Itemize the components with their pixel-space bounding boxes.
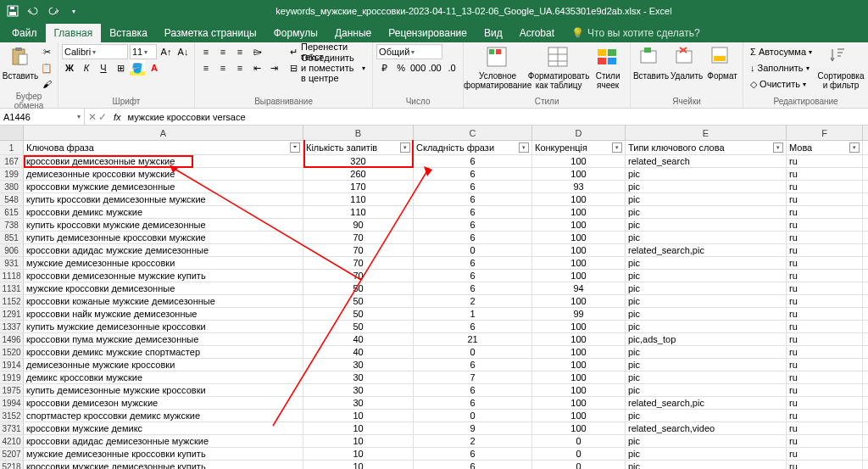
cell-diff[interactable]: 6 [414, 282, 532, 294]
cancel-icon[interactable]: ✕ [88, 111, 97, 123]
cell-comp[interactable]: 100 [532, 219, 626, 231]
cell-count[interactable]: 50 [303, 282, 414, 294]
row-header[interactable]: 1496 [0, 333, 24, 345]
row-header[interactable]: 3731 [0, 422, 24, 434]
row-header[interactable]: 906 [0, 244, 24, 256]
cell-diff[interactable]: 6 [414, 181, 532, 193]
select-all-corner[interactable] [0, 126, 24, 140]
font-name-combo[interactable]: Calibri▾ [62, 44, 128, 59]
cell-comp[interactable]: 100 [532, 371, 626, 383]
row-header[interactable]: 548 [0, 193, 24, 205]
cell-keyword[interactable]: кроссовки мужские демисезонные купить [24, 461, 303, 469]
cell-keyword[interactable]: кроссовки демикс мужские [24, 206, 303, 218]
row-header[interactable]: 1975 [0, 384, 24, 396]
font-size-combo[interactable]: 11▾ [130, 44, 157, 59]
cell-keyword[interactable]: мужские кроссовки демисезонные [24, 282, 303, 294]
cell-comp[interactable]: 100 [532, 206, 626, 218]
cell-type[interactable]: pic [626, 168, 787, 180]
cell-count[interactable]: 10 [303, 410, 414, 422]
cell-comp[interactable]: 100 [532, 257, 626, 269]
orientation-icon[interactable]: ⌲ [249, 44, 264, 59]
formula-input[interactable]: мужские кроссовки versace [125, 112, 868, 122]
cell-comp[interactable]: 99 [532, 308, 626, 320]
cell-keyword[interactable]: кроссовки пума мужские демисезонные [24, 333, 303, 345]
row-header[interactable]: 1 [0, 141, 24, 154]
font-color-icon[interactable]: A [147, 60, 162, 75]
col-header[interactable]: B [303, 126, 414, 140]
cell-diff[interactable]: 2 [414, 295, 532, 307]
tab-formulas[interactable]: Формулы [265, 24, 326, 42]
cell-keyword[interactable]: кроссовки демикс мужские спортмастер [24, 346, 303, 358]
cell-comp[interactable]: 100 [532, 410, 626, 422]
fill-button[interactable]: ↓Заполнить▾ [747, 60, 815, 75]
enter-icon[interactable]: ✓ [98, 111, 107, 123]
cell-keyword[interactable]: кроссовки демисезон мужские [24, 397, 303, 409]
cell-diff[interactable]: 1 [414, 308, 532, 320]
cell-diff[interactable]: 6 [414, 206, 532, 218]
fx-icon[interactable]: fx [110, 112, 125, 122]
filter-dropdown-icon[interactable] [849, 142, 860, 153]
cell-lang[interactable]: ru [787, 346, 863, 358]
cell-diff[interactable]: 0 [414, 346, 532, 358]
cell-count[interactable]: 50 [303, 295, 414, 307]
cell-diff[interactable]: 6 [414, 321, 532, 332]
border-icon[interactable]: ⊞ [113, 60, 128, 75]
merge-center-button[interactable]: ⊟Объединить и поместить в центре▾ [287, 60, 369, 75]
decrease-font-icon[interactable]: A↓ [175, 44, 191, 59]
cell-keyword[interactable]: мужские демисезонные кроссовки купить [24, 448, 303, 460]
cell-count[interactable]: 10 [303, 448, 414, 460]
cell-lang[interactable]: ru [787, 333, 863, 345]
undo-icon[interactable] [24, 2, 42, 20]
cell-count[interactable]: 10 [303, 461, 414, 469]
cell-count[interactable]: 320 [303, 155, 414, 167]
clear-button[interactable]: ◇Очистить▾ [747, 76, 815, 92]
cell-diff[interactable]: 6 [414, 448, 532, 460]
align-bottom-icon[interactable]: ≡ [232, 44, 248, 59]
cell-count[interactable]: 110 [303, 206, 414, 218]
cell-keyword[interactable]: купить мужские демисезонные кроссовки [24, 321, 303, 332]
cell-keyword[interactable]: купить демисезонные кроссовки мужские [24, 232, 303, 243]
cell-type[interactable]: pic,ads_top [626, 333, 787, 345]
cell-diff[interactable]: 6 [414, 168, 532, 180]
increase-indent-icon[interactable]: ⇥ [266, 60, 281, 75]
redo-icon[interactable] [44, 2, 63, 20]
cell-type[interactable]: pic [626, 308, 787, 320]
tab-view[interactable]: Вид [476, 24, 511, 42]
comma-icon[interactable]: 000 [410, 60, 426, 75]
insert-cells-button[interactable]: Вставить [634, 44, 668, 82]
cell-type[interactable]: pic [626, 257, 787, 269]
cell-lang[interactable]: ru [787, 232, 863, 243]
cell-comp[interactable]: 0 [532, 435, 626, 447]
cell-lang[interactable]: ru [787, 359, 863, 371]
qat-dropdown-icon[interactable]: ▾ [64, 2, 83, 20]
header-cell-lang[interactable]: Мова [787, 141, 863, 154]
cell-count[interactable]: 70 [303, 232, 414, 243]
row-header[interactable]: 167 [0, 155, 24, 167]
format-as-table-button[interactable]: Форматировать как таблицу [530, 44, 587, 92]
col-header[interactable]: C [414, 126, 532, 140]
cell-comp[interactable]: 93 [532, 181, 626, 193]
decrease-indent-icon[interactable]: ⇤ [249, 60, 264, 75]
cell-type[interactable]: pic [626, 181, 787, 193]
copy-icon[interactable]: 📋 [39, 60, 54, 75]
row-header[interactable]: 1131 [0, 282, 24, 294]
row-header[interactable]: 1291 [0, 308, 24, 320]
cell-count[interactable]: 10 [303, 435, 414, 447]
cell-count[interactable]: 40 [303, 346, 414, 358]
cell-count[interactable]: 260 [303, 168, 414, 180]
cell-diff[interactable]: 6 [414, 359, 532, 371]
row-header[interactable]: 4210 [0, 435, 24, 447]
cell-comp[interactable]: 94 [532, 282, 626, 294]
cell-count[interactable]: 30 [303, 371, 414, 383]
header-cell-count[interactable]: Кількість запитів [303, 141, 414, 154]
cell-diff[interactable]: 9 [414, 422, 532, 434]
cell-type[interactable]: pic [626, 346, 787, 358]
cell-keyword[interactable]: купить демисезонные мужские кроссовки [24, 384, 303, 396]
cell-diff[interactable]: 6 [414, 219, 532, 231]
delete-cells-button[interactable]: Удалить [670, 44, 704, 82]
cell-type[interactable]: related_search,video [626, 422, 787, 434]
cell-styles-button[interactable]: Стили ячеек [589, 44, 626, 92]
cell-lang[interactable]: ru [787, 270, 863, 282]
cell-keyword[interactable]: кроссовки найк мужские демисезонные [24, 308, 303, 320]
cell-type[interactable]: pic [626, 295, 787, 307]
